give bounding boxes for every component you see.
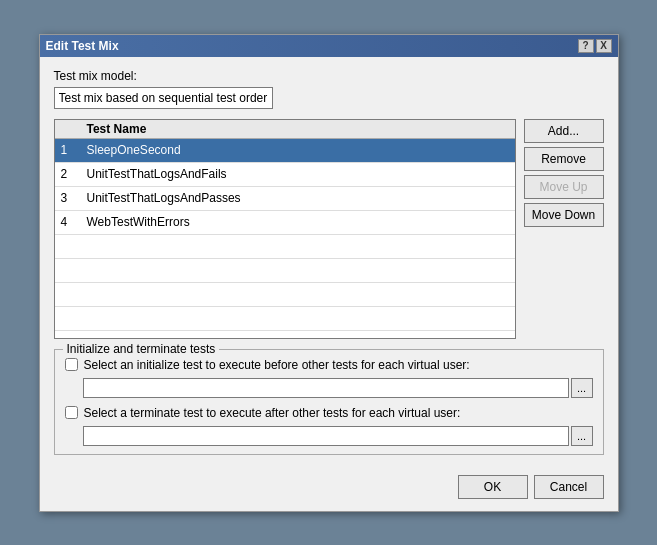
init-row: Select an initialize test to execute bef…: [65, 358, 593, 372]
dropdown-wrapper: Test mix based on sequential test order …: [54, 87, 604, 109]
table-row-empty: [55, 283, 515, 307]
table-header: Test Name: [55, 120, 515, 139]
row-num: 3: [61, 191, 87, 205]
init-text-input[interactable]: [83, 378, 569, 398]
dialog-titlebar: Edit Test Mix ? X: [40, 35, 618, 57]
remove-button[interactable]: Remove: [524, 147, 604, 171]
table-row-empty: [55, 235, 515, 259]
action-buttons-panel: Add... Remove Move Up Move Down: [524, 119, 604, 339]
terminate-input-row: ...: [83, 426, 593, 446]
section-legend: Initialize and terminate tests: [63, 342, 220, 356]
model-dropdown-row: Test mix based on sequential test order …: [54, 87, 604, 109]
init-input-row: ...: [83, 378, 593, 398]
row-num: 1: [61, 143, 87, 157]
terminate-label: Select a terminate test to execute after…: [84, 406, 461, 420]
cancel-button[interactable]: Cancel: [534, 475, 604, 499]
table-row[interactable]: 4 WebTestWithErrors: [55, 211, 515, 235]
table-row[interactable]: 2 UnitTestThatLogsAndFails: [55, 163, 515, 187]
row-name: WebTestWithErrors: [87, 215, 509, 229]
init-terminate-section: Initialize and terminate tests Select an…: [54, 349, 604, 455]
terminate-checkbox[interactable]: [65, 406, 78, 419]
row-num: 4: [61, 215, 87, 229]
dialog-title: Edit Test Mix: [46, 39, 119, 53]
init-browse-button[interactable]: ...: [571, 378, 593, 398]
table-row[interactable]: 1 SleepOneSecond: [55, 139, 515, 163]
move-down-button[interactable]: Move Down: [524, 203, 604, 227]
row-num: 2: [61, 167, 87, 181]
edit-test-mix-dialog: Edit Test Mix ? X Test mix model: Test m…: [39, 34, 619, 512]
table-row[interactable]: 3 UnitTestThatLogsAndPasses: [55, 187, 515, 211]
help-button[interactable]: ?: [578, 39, 594, 53]
row-name: UnitTestThatLogsAndFails: [87, 167, 509, 181]
row-name: SleepOneSecond: [87, 143, 509, 157]
terminate-browse-button[interactable]: ...: [571, 426, 593, 446]
titlebar-buttons: ? X: [578, 39, 612, 53]
init-label: Select an initialize test to execute bef…: [84, 358, 470, 372]
move-up-button[interactable]: Move Up: [524, 175, 604, 199]
terminate-row: Select a terminate test to execute after…: [65, 406, 593, 420]
model-dropdown[interactable]: Test mix based on sequential test order …: [54, 87, 273, 109]
close-button[interactable]: X: [596, 39, 612, 53]
dialog-body: Test mix model: Test mix based on sequen…: [40, 57, 618, 467]
test-table: Test Name 1 SleepOneSecond 2 UnitTestTha…: [54, 119, 516, 339]
col-num-header: [61, 122, 87, 136]
ok-button[interactable]: OK: [458, 475, 528, 499]
model-label: Test mix model:: [54, 69, 604, 83]
table-row-empty: [55, 259, 515, 283]
dialog-footer: OK Cancel: [40, 467, 618, 511]
add-button[interactable]: Add...: [524, 119, 604, 143]
row-name: UnitTestThatLogsAndPasses: [87, 191, 509, 205]
col-name-header: Test Name: [87, 122, 509, 136]
main-area: Test Name 1 SleepOneSecond 2 UnitTestTha…: [54, 119, 604, 339]
table-row-empty: [55, 307, 515, 331]
init-checkbox[interactable]: [65, 358, 78, 371]
terminate-text-input[interactable]: [83, 426, 569, 446]
